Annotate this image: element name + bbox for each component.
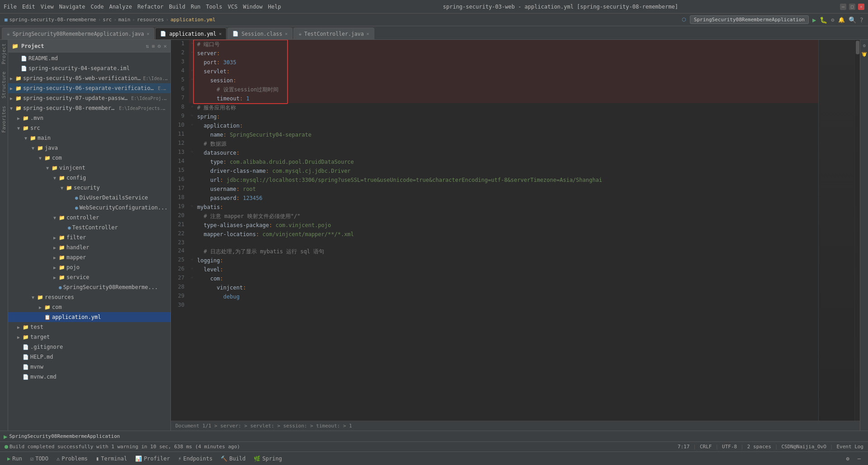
line-content-13[interactable]: datasource: <box>195 148 818 157</box>
fold-5[interactable]: ◦ <box>189 76 195 85</box>
line-content-22[interactable]: mapper-locations: com/vinjcent/mapper/**… <box>195 230 818 239</box>
tree-item-mapper[interactable]: ▶ 📁 mapper <box>8 252 170 262</box>
tree-item-config[interactable]: ▼ 📁 config <box>8 173 170 183</box>
fold-4[interactable]: ◦ <box>189 67 195 76</box>
breadcrumb-part3[interactable]: main <box>118 17 131 23</box>
tree-item-springsecurity08[interactable]: ● SpringSecurity08Rememberme... <box>8 282 170 292</box>
expand-all-icon[interactable]: ⇅ <box>146 43 149 49</box>
tree-item-ss08[interactable]: ▼ 📁 spring-security-08-rememberme E:\Ide… <box>8 103 170 113</box>
breadcrumb-current[interactable]: application.yml <box>170 17 215 23</box>
favorites-panel-label[interactable]: Favorites <box>1 106 7 133</box>
tree-item-ss05[interactable]: ▶ 📁 spring-security-05-web-verification-… <box>8 73 170 83</box>
tab-session-close[interactable]: ✕ <box>285 31 288 36</box>
project-settings-icon[interactable]: ⚙ <box>158 43 161 49</box>
line-ending[interactable]: CRLF <box>700 444 712 450</box>
run-bottom-btn[interactable]: ▶ Run <box>4 453 26 464</box>
fold-1[interactable]: ◦ <box>189 40 195 49</box>
tree-item-com2[interactable]: ▶ 📁 com <box>8 302 170 312</box>
menu-edit[interactable]: Edit <box>22 4 35 10</box>
fold-15[interactable] <box>189 166 195 176</box>
tree-item-mvnwcmd[interactable]: 📄 mvnw.cmd <box>8 372 170 382</box>
collapse-all-icon[interactable]: ≡ <box>151 43 155 49</box>
build-btn[interactable]: 🔨 Build <box>217 453 249 464</box>
menu-file[interactable]: File <box>4 4 17 10</box>
endpoints-btn[interactable]: ⚡ Endpoints <box>175 453 216 464</box>
menu-view[interactable]: View <box>41 4 54 10</box>
fold-28[interactable] <box>189 283 195 292</box>
line-content-19[interactable]: mybatis: <box>195 203 818 212</box>
menu-tools[interactable]: Tools <box>206 4 222 10</box>
tree-item-target[interactable]: ▶ 📁 target <box>8 332 170 342</box>
fold-26[interactable]: ◦ <box>189 265 195 274</box>
fold-24[interactable] <box>189 247 195 256</box>
structure-panel-label[interactable]: Structure <box>1 71 7 99</box>
fold-3[interactable] <box>189 58 195 67</box>
todo-btn[interactable]: ☑ TODO <box>27 453 52 464</box>
tree-item-java[interactable]: ▼ 📁 java <box>8 143 170 153</box>
menu-build[interactable]: Build <box>169 4 185 10</box>
line-content-23[interactable] <box>195 239 818 247</box>
fold-11[interactable] <box>189 130 195 139</box>
line-content-24[interactable]: # 日志处理,为了显示 mybatis 运行 sql 语句 <box>195 247 818 256</box>
tree-item-iml[interactable]: 📄 spring-security-04-separate.iml <box>8 63 170 73</box>
tab-yml-close[interactable]: ✕ <box>219 31 222 36</box>
toolbar-icons[interactable]: ⚙ <box>831 17 834 23</box>
fold-6[interactable] <box>189 85 195 94</box>
line-content-16[interactable]: url: jdbc:mysql://localhost:3306/spring?… <box>195 176 818 185</box>
line-content-30[interactable] <box>195 301 818 309</box>
tree-item-ss07[interactable]: ▶ 📁 spring-security-07-update-password E… <box>8 93 170 103</box>
tab-java-close[interactable]: ✕ <box>146 31 149 36</box>
notifications-icon[interactable]: 🔔 <box>862 52 867 57</box>
search-everywhere-icon[interactable]: 🔍 <box>849 16 856 24</box>
line-content-20[interactable]: # 注意 mapper 映射文件必须使用"/" <box>195 212 818 221</box>
line-content-14[interactable]: type: com.alibaba.druid.pool.DruidDataSo… <box>195 157 818 166</box>
tree-item-controller[interactable]: ▼ 📁 controller <box>8 213 170 223</box>
tree-item-vinjcent[interactable]: ▼ 📁 vinjcent <box>8 163 170 173</box>
tab-session[interactable]: 📄 Session.class ✕ <box>227 28 292 39</box>
event-log[interactable]: Event Log <box>836 444 863 450</box>
fold-17[interactable] <box>189 185 195 194</box>
line-content-21[interactable]: type-aliases-package: com.vinjcent.pojo <box>195 221 818 230</box>
fold-2[interactable]: ◦ <box>189 49 195 58</box>
line-content-18[interactable]: password: 123456 <box>195 194 818 203</box>
tree-item-main[interactable]: ▼ 📁 main <box>8 133 170 143</box>
tree-item-com[interactable]: ▼ 📁 com <box>8 153 170 163</box>
profiler-btn[interactable]: 📊 Profiler <box>132 453 174 464</box>
line-content-4[interactable]: servlet: <box>195 67 818 76</box>
fold-16[interactable] <box>189 176 195 185</box>
tab-java[interactable]: ☕ SpringSecurity08RemembermeApplication.… <box>2 28 154 39</box>
tree-item-ss06[interactable]: ▶ 📁 spring-security-06-separate-verifica… <box>8 83 170 93</box>
indent[interactable]: 2 spaces <box>747 444 771 450</box>
tree-item-test[interactable]: ▶ 📁 test <box>8 322 170 332</box>
help-icon[interactable]: ? <box>860 16 863 24</box>
line-content-25[interactable]: logging: <box>195 256 818 265</box>
terminal-btn[interactable]: ▮ Terminal <box>92 453 131 464</box>
tree-item-appyml[interactable]: 📋 application.yml <box>8 312 170 322</box>
fold-18[interactable] <box>189 194 195 203</box>
fold-19[interactable]: ◦ <box>189 203 195 212</box>
run-config-name[interactable]: SpringSecurity08RemembermeApplication <box>690 15 809 24</box>
tree-item-service[interactable]: ▶ 📁 service <box>8 272 170 282</box>
minimize-window-btn[interactable]: — <box>840 4 846 10</box>
tree-item-mvn[interactable]: ▶ 📁 .mvn <box>8 113 170 123</box>
run-btn-header[interactable]: ▶ <box>812 16 816 24</box>
menu-help[interactable]: Help <box>268 4 281 10</box>
debug-btn-header[interactable]: 🐛 <box>820 16 827 24</box>
line-content-1[interactable]: # 端口号 <box>195 40 818 49</box>
line-content-6[interactable]: # 设置session过期时间 <box>195 85 818 94</box>
tree-item-resources[interactable]: ▼ 📁 resources <box>8 292 170 302</box>
breadcrumb-part4[interactable]: resources <box>137 17 164 23</box>
fold-29[interactable] <box>189 292 195 301</box>
maximize-window-btn[interactable]: □ <box>849 4 855 10</box>
right-panel-label[interactable]: ⚙ <box>862 43 867 48</box>
bottom-settings-btn[interactable]: ⚙ <box>843 453 853 464</box>
line-content-3[interactable]: port: 3035 <box>195 58 818 67</box>
tab-yml[interactable]: 📄 application.yml ✕ <box>155 28 226 39</box>
menu-window[interactable]: Window <box>243 4 262 10</box>
fold-7[interactable] <box>189 94 195 103</box>
breadcrumb-part2[interactable]: src <box>103 17 112 23</box>
fold-25[interactable]: ◦ <box>189 256 195 265</box>
fold-27[interactable]: ◦ <box>189 274 195 283</box>
tree-item-divuserdetails[interactable]: ● DivUserDetailsService <box>8 193 170 203</box>
line-content-28[interactable]: vinjcent: <box>195 283 818 292</box>
